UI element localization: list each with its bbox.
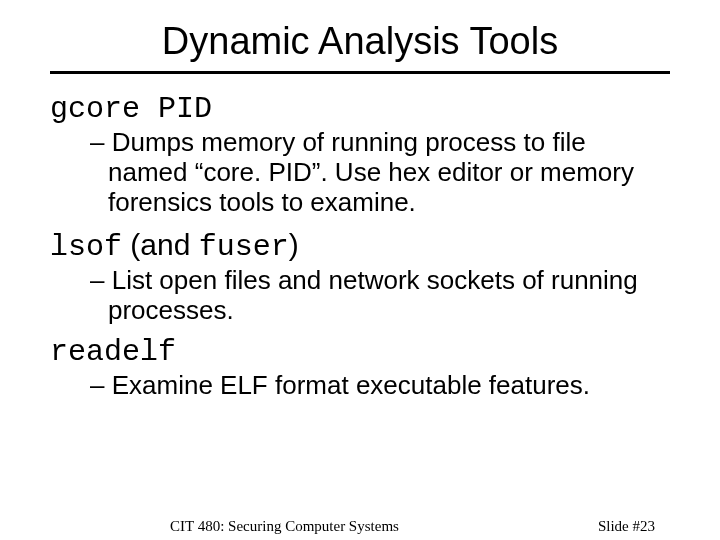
command-readelf: readelf [50,335,670,369]
footer-course: CIT 480: Securing Computer Systems [170,518,399,535]
desc-gcore: Dumps memory of running process to file … [50,128,670,218]
cmd-lsof-and: (and [122,228,199,261]
cmd-fuser-text: fuser [199,230,289,264]
desc-readelf: Examine ELF format executable features. [50,371,670,401]
desc-lsof: List open files and network sockets of r… [50,266,670,326]
cmd-lsof-text: lsof [50,230,122,264]
slide-title: Dynamic Analysis Tools [50,20,670,74]
footer-slide-number: Slide #23 [598,518,655,535]
slide: Dynamic Analysis Tools gcore PID Dumps m… [0,0,720,540]
command-lsof: lsof (and fuser) [50,228,670,264]
command-gcore: gcore PID [50,92,670,126]
cmd-lsof-close: ) [289,228,299,261]
